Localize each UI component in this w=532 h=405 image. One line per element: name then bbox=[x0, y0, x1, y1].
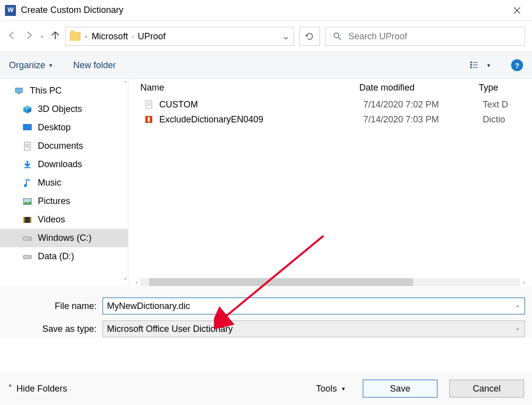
pc-icon bbox=[14, 86, 25, 96]
download-icon bbox=[22, 160, 33, 170]
file-name: ExcludeDictionaryEN0409 bbox=[159, 114, 363, 125]
save-button[interactable]: Save bbox=[363, 380, 437, 398]
organize-menu[interactable]: Organize▼ bbox=[9, 60, 53, 71]
file-date: 7/14/2020 7:02 PM bbox=[363, 100, 483, 110]
savetype-label: Save as type: bbox=[7, 324, 103, 334]
chevron-up-icon: ˄ bbox=[8, 383, 12, 394]
refresh-button[interactable] bbox=[299, 27, 320, 46]
svg-rect-7 bbox=[15, 88, 22, 93]
footer: ˄ Hide Folders Tools▼ Save Cancel bbox=[0, 372, 532, 405]
tree-item-data-d-[interactable]: Data (D:) bbox=[0, 247, 128, 266]
svg-rect-1 bbox=[470, 62, 472, 63]
svg-rect-4 bbox=[473, 65, 478, 65]
view-icon bbox=[469, 60, 479, 70]
drive-icon bbox=[22, 252, 33, 262]
chevron-down-icon[interactable]: ⌄ bbox=[515, 324, 520, 331]
breadcrumb-parent[interactable]: Microsoft bbox=[92, 31, 128, 42]
tools-label: Tools bbox=[316, 384, 337, 394]
filename-label: File name: bbox=[7, 301, 103, 311]
tree-item-documents[interactable]: Documents bbox=[0, 137, 128, 155]
svg-rect-11 bbox=[24, 142, 30, 150]
tree-item-label: Downloads bbox=[38, 159, 82, 170]
tools-menu[interactable]: Tools▼ bbox=[316, 384, 346, 394]
tree-item-downloads[interactable]: Downloads bbox=[0, 155, 128, 174]
search-box[interactable] bbox=[325, 27, 525, 46]
titlebar: Create Custom Dictionary bbox=[0, 0, 532, 21]
help-button[interactable]: ? bbox=[511, 59, 523, 71]
forward-button[interactable] bbox=[24, 30, 34, 43]
column-name[interactable]: Name bbox=[140, 83, 359, 93]
svg-point-16 bbox=[24, 184, 27, 187]
breadcrumb-current[interactable]: UProof bbox=[138, 31, 166, 42]
svg-rect-20 bbox=[23, 217, 25, 223]
tree-item-pictures[interactable]: Pictures bbox=[0, 192, 128, 210]
picture-icon bbox=[22, 197, 33, 206]
music-icon bbox=[22, 178, 33, 188]
desktop-icon bbox=[22, 123, 33, 133]
hide-folders-button[interactable]: ˄ Hide Folders bbox=[8, 383, 67, 394]
breadcrumb-dropdown[interactable]: ⌄ bbox=[282, 31, 290, 42]
tree-this-pc[interactable]: This PC bbox=[0, 82, 128, 100]
drive-icon bbox=[22, 233, 33, 243]
close-button[interactable] bbox=[507, 0, 527, 20]
search-input[interactable] bbox=[348, 31, 518, 42]
video-icon bbox=[22, 215, 33, 225]
file-list[interactable]: ˄ Name Date modified Type CUSTOM7/14/202… bbox=[128, 79, 532, 287]
file-name: CUSTOM bbox=[159, 100, 363, 110]
folder-tree[interactable]: ˄ This PC 3D ObjectsDesktopDocumentsDown… bbox=[0, 79, 128, 287]
chevron-left-icon: « bbox=[85, 33, 88, 39]
tree-item-label: Windows (C:) bbox=[38, 233, 92, 243]
tree-item-music[interactable]: Music bbox=[0, 174, 128, 192]
file-row[interactable]: CUSTOM7/14/2020 7:02 PMText D bbox=[128, 97, 532, 112]
back-button[interactable] bbox=[7, 30, 17, 43]
up-button[interactable] bbox=[50, 30, 60, 43]
svg-point-0 bbox=[334, 33, 339, 38]
chevron-down-icon: ▼ bbox=[48, 63, 53, 68]
file-date: 7/14/2020 7:03 PM bbox=[363, 114, 483, 125]
hide-folders-label: Hide Folders bbox=[16, 384, 67, 394]
office-icon bbox=[143, 114, 154, 125]
address-bar: ▾ « Microsoft › UProof ⌄ bbox=[0, 21, 532, 52]
savetype-combo[interactable]: Microsoft Office User Dictionary bbox=[103, 320, 525, 337]
main-area: ˄ This PC 3D ObjectsDesktopDocumentsDown… bbox=[0, 79, 532, 287]
cancel-button[interactable]: Cancel bbox=[449, 380, 524, 398]
tree-item-videos[interactable]: Videos bbox=[0, 210, 128, 229]
column-date[interactable]: Date modified bbox=[359, 83, 479, 93]
tree-item-3d-objects[interactable]: 3D Objects bbox=[0, 100, 128, 118]
chevron-down-icon[interactable]: ⌄ bbox=[515, 302, 520, 308]
tree-item-windows-c-[interactable]: Windows (C:) bbox=[0, 229, 128, 247]
scroll-left-icon[interactable]: ‹ bbox=[132, 279, 140, 285]
organize-label: Organize bbox=[9, 60, 45, 71]
svg-rect-5 bbox=[470, 67, 472, 68]
scroll-down-icon[interactable]: ˅ bbox=[124, 278, 127, 285]
svg-rect-26 bbox=[146, 101, 152, 108]
tree-label: This PC bbox=[30, 86, 62, 96]
horizontal-scrollbar[interactable]: ‹ › bbox=[132, 278, 528, 287]
doc-icon bbox=[22, 141, 33, 151]
file-type: Text D bbox=[483, 100, 508, 110]
tree-item-label: Pictures bbox=[38, 196, 70, 206]
svg-rect-8 bbox=[17, 93, 20, 94]
folder-icon bbox=[70, 32, 81, 41]
scroll-right-icon[interactable]: › bbox=[520, 279, 528, 285]
column-headers[interactable]: Name Date modified Type bbox=[128, 79, 532, 97]
svg-rect-15 bbox=[24, 167, 30, 168]
new-folder-button[interactable]: New folder bbox=[73, 60, 116, 71]
save-form: File name: ⌄ Save as type: Microsoft Off… bbox=[0, 287, 532, 337]
breadcrumb[interactable]: « Microsoft › UProof ⌄ bbox=[65, 27, 294, 46]
chevron-down-icon: ▼ bbox=[341, 386, 346, 392]
filename-input[interactable] bbox=[103, 298, 525, 314]
tree-item-label: Desktop bbox=[38, 122, 71, 133]
file-row[interactable]: ExcludeDictionaryEN04097/14/2020 7:03 PM… bbox=[128, 112, 532, 127]
tree-item-label: 3D Objects bbox=[38, 104, 82, 114]
tree-item-desktop[interactable]: Desktop bbox=[0, 118, 128, 137]
svg-rect-21 bbox=[30, 217, 31, 223]
view-options[interactable]: ▼ bbox=[469, 60, 491, 70]
tree-item-label: Music bbox=[38, 178, 61, 188]
svg-point-23 bbox=[29, 238, 30, 239]
scrollbar-thumb[interactable] bbox=[149, 278, 413, 286]
recent-dropdown[interactable]: ▾ bbox=[41, 34, 43, 39]
tree-item-label: Documents bbox=[38, 141, 83, 151]
column-type[interactable]: Type bbox=[479, 83, 532, 93]
scroll-up-icon[interactable]: ˄ bbox=[124, 81, 127, 88]
